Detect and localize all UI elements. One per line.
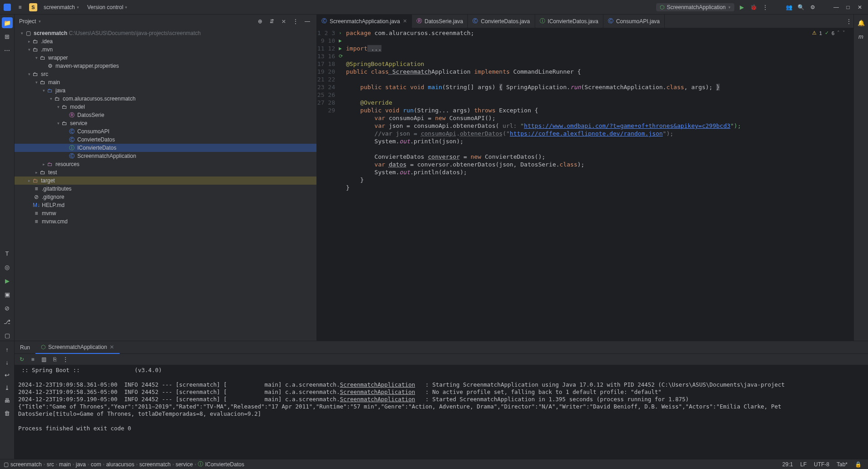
main-menu-icon[interactable]: ≡ (15, 3, 25, 12)
search-icon[interactable]: 🔍 (796, 3, 805, 12)
maven-icon[interactable]: m (856, 31, 867, 42)
more-actions-icon[interactable]: ⋮ (761, 3, 770, 12)
tab-iconviertedatos[interactable]: Ⓘ IConvierteDatos.java (535, 15, 603, 28)
breadcrumb[interactable]: java (76, 461, 86, 468)
collapse-all-icon[interactable]: ⤫ (279, 17, 288, 26)
run-app-tab[interactable]: ⬡ ScreenmatchApplication ✕ (35, 341, 120, 354)
run-tab[interactable]: Run (15, 341, 35, 354)
indent-config[interactable]: Tab* (834, 461, 850, 468)
tree-item-java[interactable]: ▾🗀 java (15, 86, 316, 95)
project-selector[interactable]: screenmatch ▾ (42, 3, 81, 11)
tree-item-screenmatchapp[interactable]: Ⓒ ScreenmatchApplication (15, 152, 316, 160)
tab-screenmatchapplication[interactable]: Ⓒ ScreenmatchApplication.java ✕ (317, 15, 412, 28)
tree-item-datosserie[interactable]: Ⓡ DatosSerie (15, 111, 316, 119)
tree-item-idea[interactable]: ▸🗀 .idea (15, 37, 316, 45)
tree-item-service[interactable]: ▾🗀 service (15, 119, 316, 127)
code-with-me-icon[interactable]: 👥 (784, 3, 793, 12)
soft-wrap-icon[interactable]: ↩ (2, 369, 13, 380)
breadcrumb-leaf[interactable]: Ⓘ IConvierteDatos (198, 460, 244, 468)
tree-root[interactable]: ▾▢ screenmatch C:\Users\ASUS\Documents\j… (15, 29, 316, 37)
up-icon[interactable]: ˄ (837, 30, 840, 36)
tree-item-target[interactable]: ▸🗀 target (15, 177, 316, 185)
tree-item-gitignore[interactable]: ⊘ .gitignore (15, 193, 316, 201)
project-tool-icon[interactable]: 📁 (2, 17, 13, 28)
tree-item-wrapper[interactable]: ▾🗀 wrapper (15, 54, 316, 62)
expand-all-icon[interactable]: ⇵ (267, 17, 276, 26)
tree-item-consumoapi[interactable]: Ⓒ ConsumoAPI (15, 127, 316, 136)
tree-item-mvnw[interactable]: ≡ mvnw (15, 209, 316, 217)
settings-icon[interactable]: ⚙ (808, 3, 817, 12)
tree-label: resources (55, 161, 80, 167)
rerun-icon[interactable]: ↻ (17, 355, 26, 364)
problems-tool-icon[interactable]: ⊘ (2, 303, 13, 313)
caret-position[interactable]: 29:1 (780, 461, 796, 468)
layout-icon[interactable]: ▥ (39, 355, 48, 364)
run-tool-icon[interactable]: ▶ (2, 275, 13, 286)
select-opened-icon[interactable]: ⊕ (256, 17, 265, 26)
breadcrumb[interactable]: com (91, 461, 101, 468)
code-area[interactable]: package com.aluracursos.screenmatch; imp… (344, 28, 853, 341)
print-icon[interactable]: 🖶 (2, 395, 13, 406)
git-tool-icon[interactable]: ⎇ (2, 316, 13, 327)
console-output[interactable]: :: Spring Boot :: (v3.4.0) 2024-12-23T19… (15, 365, 868, 459)
close-button[interactable]: ✕ (855, 3, 864, 12)
services-tool-icon[interactable]: ▣ (2, 289, 13, 300)
hide-panel-icon[interactable]: — (303, 17, 312, 26)
tree-item-conviertedatos[interactable]: Ⓒ ConvierteDatos (15, 136, 316, 144)
tree-item-gitattributes[interactable]: ≡ .gitattributes (15, 185, 316, 193)
readonly-icon[interactable]: 🔒 (852, 461, 864, 468)
line-separator[interactable]: LF (798, 461, 809, 468)
tree-item-mvnwcmd[interactable]: ≡ mvnw.cmd (15, 217, 316, 226)
tabs-options-icon[interactable]: ⋮ (844, 17, 853, 26)
close-icon[interactable]: ✕ (403, 18, 407, 24)
thread-up-icon[interactable]: ↑ (2, 344, 13, 355)
tree-item-model[interactable]: ▾🗀 model (15, 103, 316, 111)
exit-icon[interactable]: ⎘ (50, 355, 59, 364)
vcs-menu[interactable]: Version control ▾ (85, 3, 129, 11)
more-tool-icon[interactable]: ⋯ (2, 45, 13, 55)
scroll-end-icon[interactable]: ⤓ (2, 382, 13, 393)
tree-item-main[interactable]: ▾🗀 main (15, 78, 316, 86)
debug-button[interactable]: 🐞 (749, 3, 758, 12)
terminal-tool-icon[interactable]: ▢ (2, 330, 13, 341)
encoding[interactable]: UTF-8 (811, 461, 832, 468)
breadcrumb[interactable]: aluracursos (106, 461, 134, 468)
run-button[interactable]: ▶ (737, 3, 746, 12)
close-icon[interactable]: ✕ (110, 344, 114, 350)
code-editor[interactable]: ⚠ 1 ✓ 6 ˄ ˅ 1 2 3 9 10 11 12 13 16 17 18… (317, 28, 853, 341)
tree-item-mvn[interactable]: ▾🗀 .mvn (15, 45, 316, 54)
more-icon[interactable]: ⋮ (61, 355, 70, 364)
tree-item-iconviertedatos[interactable]: Ⓘ IConvierteDatos (15, 144, 316, 152)
endpoints-tool-icon[interactable]: ◎ (2, 262, 13, 272)
run-gutter[interactable]: › ▶ ▶ ⟳ (339, 28, 344, 341)
breadcrumb[interactable]: main (59, 461, 71, 468)
tree-item-resources[interactable]: ▸🗀 resources (15, 160, 316, 168)
notifications-icon[interactable]: 🔔 (856, 17, 867, 28)
ok-count: 6 (832, 30, 834, 36)
text-tool-icon[interactable]: T (2, 248, 13, 259)
tree-item-help[interactable]: M↓ HELP.md (15, 201, 316, 209)
maximize-button[interactable]: □ (843, 3, 853, 12)
tree-item-test[interactable]: ▸🗀 test (15, 168, 316, 177)
clear-icon[interactable]: 🗑 (2, 408, 13, 419)
tab-datosserie[interactable]: Ⓡ DatosSerie.java (412, 15, 468, 28)
breadcrumb[interactable]: screenmatch (139, 461, 171, 468)
tab-consumoapi[interactable]: Ⓒ ConsumoAPI.java (603, 15, 665, 28)
breadcrumb[interactable]: src (47, 461, 54, 468)
structure-tool-icon[interactable]: ⊞ (2, 31, 13, 42)
ok-icon[interactable]: ✓ (825, 30, 829, 36)
tree-item-src[interactable]: ▾🗀 src (15, 70, 316, 78)
tree-item-maven-props[interactable]: ⚙ maven-wrapper.properties (15, 62, 316, 70)
breadcrumb[interactable]: service (176, 461, 193, 468)
options-icon[interactable]: ⋮ (291, 17, 300, 26)
breadcrumb-root[interactable]: ▢ screenmatch (4, 461, 42, 468)
stop-icon[interactable]: ■ (28, 355, 37, 364)
tree-item-pkg[interactable]: ▾🗀 com.aluracursos.screenmatch (15, 95, 316, 103)
thread-down-icon[interactable]: ↓ (2, 357, 13, 368)
run-config-selector[interactable]: ⬡ ScreenmatchApplication ▾ (656, 3, 734, 11)
minimize-button[interactable]: — (832, 3, 841, 12)
chevron-down-icon[interactable]: ▾ (39, 19, 41, 24)
warning-icon[interactable]: ⚠ (812, 30, 817, 36)
down-icon[interactable]: ˅ (843, 30, 845, 36)
tab-conviertedatos[interactable]: Ⓒ ConvierteDatos.java (468, 15, 535, 28)
